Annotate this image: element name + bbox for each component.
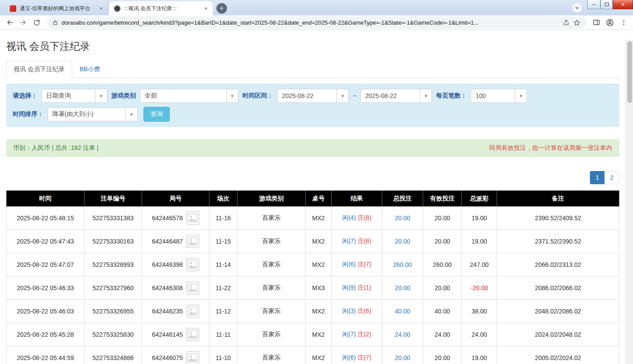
total-bet-link[interactable]: 20.00 <box>382 346 423 364</box>
game-type-cell: 百家乐 <box>238 230 306 253</box>
tab-close-icon[interactable]: × <box>202 5 209 12</box>
new-tab-button[interactable]: + <box>216 3 227 14</box>
side-panel-icon[interactable] <box>590 17 602 29</box>
round-number: 642446487 <box>152 238 183 245</box>
image-placeholder-icon[interactable] <box>186 281 199 295</box>
round-number: 642446578 <box>152 215 183 222</box>
total-bet-link[interactable]: 24.00 <box>382 323 423 346</box>
bet-time-cell: 2025-08-22 05:47:43 <box>7 230 84 253</box>
query-type-label: 请选择： <box>13 92 37 100</box>
game-type-cell: 百家乐 <box>238 207 306 230</box>
tab-bet-records[interactable]: 视讯 会员下注纪录 <box>6 61 72 78</box>
profile-avatar-icon[interactable] <box>604 17 616 29</box>
pagination-page-1[interactable]: 1 <box>590 171 605 184</box>
browser-tab-1[interactable]: 通宝-信誉最好的网上游戏平台 × <box>4 1 109 15</box>
browser-menu-kebab-icon[interactable] <box>618 17 629 29</box>
date-separator: ~ <box>353 92 356 99</box>
image-placeholder-icon[interactable] <box>186 258 199 271</box>
bet-records-table: 时间注单编号局号场次游戏类别桌号结果总投注有效投注总派彩备注 2025-08-2… <box>6 190 619 364</box>
session-cell: 11-10 <box>209 346 238 364</box>
total-bet-link[interactable]: 20.00 <box>382 277 423 300</box>
image-placeholder-icon[interactable] <box>186 351 199 364</box>
column-header: 时间 <box>7 191 84 207</box>
image-placeholder-icon[interactable] <box>186 235 199 248</box>
chevron-down-icon[interactable]: ▼ <box>125 108 137 121</box>
round-number: 642446235 <box>152 308 183 315</box>
per-page-select[interactable]: 100 ▼ <box>471 89 527 103</box>
browser-tab-2[interactable]: :::视讯 会员下注纪录::: × <box>109 1 213 15</box>
chevron-down-icon[interactable]: ▼ <box>95 89 107 102</box>
refresh-icon[interactable] <box>31 17 43 29</box>
chevron-down-icon[interactable]: ▼ <box>337 89 348 102</box>
bet-time-cell: 2025-08-22 05:48:15 <box>7 207 84 230</box>
table-number-cell: MX2 <box>306 207 332 230</box>
total-bet-link[interactable]: 40.00 <box>382 300 423 323</box>
chevron-down-icon[interactable]: ▼ <box>420 89 432 102</box>
column-header: 有效投注 <box>423 191 462 207</box>
back-icon[interactable] <box>4 17 15 29</box>
result-cell: 闲(6) 庄(7) <box>332 346 382 364</box>
tab-search-chevron-icon[interactable] <box>572 3 582 13</box>
window-minimize-button[interactable]: – <box>587 0 600 9</box>
chevron-down-icon[interactable]: ▼ <box>226 89 238 102</box>
round-cell: 642446578 <box>142 207 209 230</box>
browser-toolbar: dorasabs.com/game/betrecord_search/kind3… <box>0 15 633 30</box>
sort-select[interactable]: 降幂(由大到小) ▼ <box>48 107 138 121</box>
browser-window: 通宝-信誉最好的网上游戏平台 × :::视讯 会员下注纪录::: × + – × <box>0 0 633 30</box>
payout-cell: -20.00 <box>462 277 497 300</box>
window-close-button[interactable]: × <box>613 0 633 9</box>
bet-time-cell: 2025-08-22 05:45:28 <box>7 323 84 346</box>
search-button[interactable]: 查询 <box>143 107 170 122</box>
tab-title: 通宝-信誉最好的网上游戏平台 <box>20 5 94 12</box>
note-cell: 2066.02/2313.02 <box>497 253 619 277</box>
lock-icon <box>52 20 58 25</box>
result-cell: 闲(7) 庄(8) <box>332 230 382 253</box>
per-page-label: 每页笔数： <box>436 92 467 100</box>
column-header: 总投注 <box>382 191 423 207</box>
bet-id-cell: 522753324886 <box>84 346 142 364</box>
url-text[interactable]: dorasabs.com/game/betrecord_search/kind3… <box>62 19 559 26</box>
column-header: 注单编号 <box>84 191 142 207</box>
game-type-cell: 百家乐 <box>238 253 306 277</box>
game-type-cell: 百家乐 <box>238 300 306 323</box>
column-header: 游戏类别 <box>238 191 306 207</box>
table-number-cell: MX2 <box>306 230 332 253</box>
forward-icon[interactable] <box>17 17 29 29</box>
window-maximize-button[interactable] <box>600 0 613 9</box>
note-cell: 2048.02/2086.02 <box>497 300 619 323</box>
bookmark-star-icon[interactable] <box>573 19 581 26</box>
table-number-cell: MX3 <box>306 277 332 300</box>
total-bet-link[interactable]: 20.00 <box>382 230 423 253</box>
tab-close-icon[interactable]: × <box>98 5 105 12</box>
bet-id-cell: 522753325830 <box>84 323 142 346</box>
session-cell: 11-22 <box>209 277 238 300</box>
game-type-cell: 百家乐 <box>238 277 306 300</box>
table-number-cell: MX2 <box>306 346 332 364</box>
result-player: 闲(4) <box>342 214 356 221</box>
result-player: 闲(7) <box>342 237 356 244</box>
result-cell: 闲(3) 庄(6) <box>332 300 382 323</box>
result-banker: 庄(1) <box>358 284 371 291</box>
valid-bet-cell: 20.00 <box>423 207 462 230</box>
image-placeholder-icon[interactable] <box>186 305 199 318</box>
total-bet-link[interactable]: 20.00 <box>382 207 423 230</box>
round-cell: 642446398 <box>142 253 209 277</box>
image-placeholder-icon[interactable] <box>186 211 199 225</box>
date-end-input[interactable]: 2025-08-22 ▼ <box>360 89 432 103</box>
scrollbar-thumb[interactable] <box>627 41 632 103</box>
session-cell: 11-11 <box>209 323 238 346</box>
page-scrollbar[interactable] <box>626 40 633 364</box>
table-number-cell: MX2 <box>306 323 332 346</box>
game-type-select[interactable]: 全部 ▼ <box>140 89 238 103</box>
query-type-select[interactable]: 日期查询 ▼ <box>41 89 107 103</box>
date-start-input[interactable]: 2025-08-22 ▼ <box>277 89 349 103</box>
pagination-page-2[interactable]: 2 <box>604 171 619 184</box>
share-icon[interactable] <box>563 19 570 26</box>
chevron-down-icon[interactable]: ▼ <box>515 89 527 102</box>
result-banker: 庄(8) <box>358 214 371 221</box>
currency-total-text: 币别：人民币 | 总共 :182 注单 | <box>13 144 99 152</box>
address-bar[interactable]: dorasabs.com/game/betrecord_search/kind3… <box>47 16 586 29</box>
image-placeholder-icon[interactable] <box>186 328 199 341</box>
total-bet-link[interactable]: 260.00 <box>382 253 423 277</box>
tab-bb-tips[interactable]: BB小费 <box>72 61 108 78</box>
